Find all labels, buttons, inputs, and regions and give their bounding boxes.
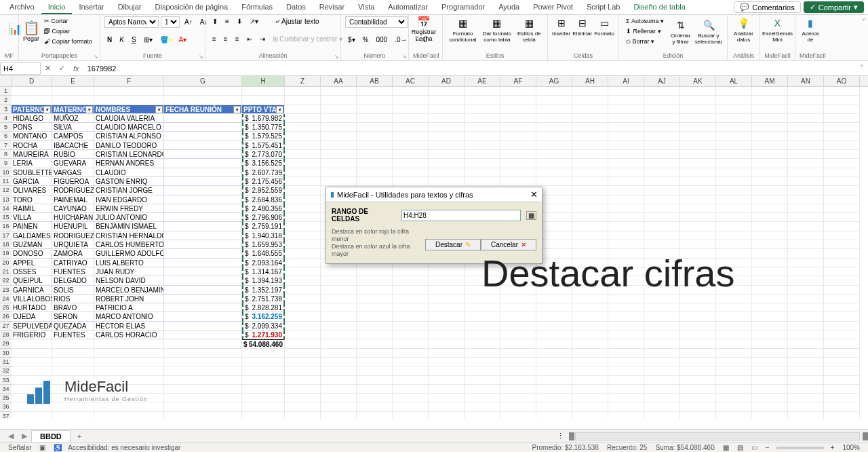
table-cell[interactable]: PAINEMAL [52,195,94,204]
empty-cell[interactable] [644,105,680,114]
ppto-cell[interactable]: $2.175.456 [242,177,285,186]
table-cell[interactable]: PAINEN [12,222,52,231]
empty-cell[interactable] [644,150,680,159]
add-sheet-button[interactable]: + [71,432,88,440]
underline-button[interactable]: S [129,35,139,45]
menu-tab-archivo[interactable]: Archivo [3,1,41,14]
empty-cell[interactable] [285,385,321,394]
table-cell[interactable]: CLAUDIO MARCELO [94,123,164,132]
empty-cell[interactable] [164,412,242,419]
empty-cell[interactable] [644,312,680,321]
empty-cell[interactable] [716,87,752,96]
empty-cell[interactable] [321,358,357,366]
empty-cell[interactable] [608,177,644,186]
empty-cell[interactable] [680,376,716,385]
empty-cell[interactable] [321,276,357,285]
empty-cell[interactable] [572,105,608,114]
empty-cell[interactable] [680,105,716,114]
column-header[interactable]: E [52,76,94,86]
empty-cell[interactable] [752,96,788,105]
table-cell[interactable] [164,240,242,249]
table-cell[interactable]: ERWIN FREDY [94,204,164,213]
empty-cell[interactable] [644,231,680,240]
empty-cell[interactable] [752,186,788,195]
empty-cell[interactable] [608,376,644,385]
empty-cell[interactable] [716,366,752,375]
empty-cell[interactable] [285,303,321,312]
horizontal-scrollbar[interactable] [575,432,860,440]
empty-cell[interactable] [536,114,572,123]
table-cell[interactable]: GUEVARA [52,159,94,168]
empty-cell[interactable] [357,385,393,394]
table-cell[interactable]: CRISTIAN HERNALDO [94,231,164,240]
empty-cell[interactable] [321,312,357,321]
empty-cell[interactable] [788,249,824,258]
row-header[interactable]: 18 [0,240,12,249]
empty-cell[interactable] [429,168,465,177]
ppto-cell[interactable]: $1.679.982 [242,114,285,123]
table-cell[interactable]: JUAN RUDY [94,267,164,276]
ppto-cell[interactable]: $2.607.739 [242,168,285,177]
autosum-button[interactable]: Σ Autosuma ▾ [623,16,667,26]
column-header[interactable]: D [12,76,52,86]
menu-tab-dibujar[interactable]: Dibujar [111,1,149,14]
empty-cell[interactable] [536,303,572,312]
empty-cell[interactable] [357,402,393,411]
table-cell[interactable]: RUBIO [52,150,94,159]
table-cell[interactable]: CRISTIAN JORGE [94,186,164,195]
empty-cell[interactable] [752,105,788,114]
empty-cell[interactable] [500,312,536,321]
empty-cell[interactable] [824,240,860,249]
empty-cell[interactable] [429,286,465,295]
font-color-button[interactable]: A▾ [176,35,190,45]
empty-cell[interactable] [429,312,465,321]
empty-cell[interactable] [465,96,500,105]
table-cell[interactable] [164,231,242,240]
empty-cell[interactable] [788,312,824,321]
table-cell[interactable]: MARCO ANTONIO [94,312,164,321]
column-header[interactable]: G [164,76,242,86]
menu-tab-datos[interactable]: Datos [279,1,313,14]
table-cell[interactable]: CATRIYAO [52,259,94,267]
empty-cell[interactable] [429,394,465,402]
row-header[interactable]: 33 [0,376,12,385]
menu-tab-programador[interactable]: Programador [435,1,492,14]
empty-cell[interactable] [680,231,716,240]
empty-cell[interactable] [94,366,164,375]
column-header[interactable]: AK [680,76,716,86]
empty-cell[interactable] [680,222,716,231]
empty-cell[interactable] [572,177,608,186]
table-cell[interactable]: CAMPOS [52,132,94,140]
column-header[interactable]: AH [572,76,608,86]
empty-cell[interactable] [321,114,357,123]
empty-cell[interactable] [716,177,752,186]
table-cell[interactable]: RIOS [52,295,94,303]
empty-cell[interactable] [824,96,860,105]
menu-tab-inicio[interactable]: Inicio [41,1,73,14]
empty-cell[interactable] [608,331,644,339]
excelgenius-icon[interactable]: X [771,16,785,30]
empty-cell[interactable] [242,402,285,411]
empty-cell[interactable] [500,339,536,348]
empty-cell[interactable] [788,195,824,204]
empty-cell[interactable] [357,349,393,358]
empty-cell[interactable] [321,267,357,276]
delete-cells-button[interactable]: Eliminar [572,31,592,37]
empty-cell[interactable] [824,331,860,339]
empty-cell[interactable] [644,114,680,123]
empty-cell[interactable] [536,322,572,331]
empty-cell[interactable] [164,376,242,385]
empty-cell[interactable] [824,267,860,276]
empty-cell[interactable] [321,385,357,394]
empty-cell[interactable] [285,358,321,366]
analyze-button[interactable]: Analizar datos [732,31,755,43]
empty-cell[interactable] [788,259,824,267]
table-cell[interactable]: OLIVARES [12,186,52,195]
ppto-cell[interactable]: $2.759.191 [242,222,285,231]
empty-cell[interactable] [536,177,572,186]
empty-cell[interactable] [680,394,716,402]
empty-cell[interactable] [500,132,536,140]
row-header[interactable]: 36 [0,402,12,411]
table-cell[interactable] [164,339,242,348]
table-cell[interactable]: ROBERT JOHN [94,295,164,303]
